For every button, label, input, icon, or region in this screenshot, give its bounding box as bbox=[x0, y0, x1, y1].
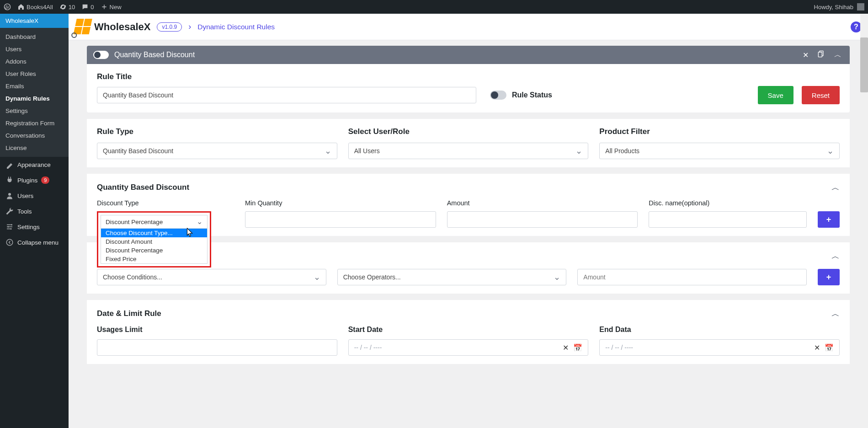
rule-enable-toggle[interactable] bbox=[93, 51, 109, 59]
condition-amount-input[interactable] bbox=[577, 269, 807, 285]
reset-button[interactable]: Reset bbox=[802, 86, 840, 104]
avatar[interactable] bbox=[857, 3, 864, 11]
end-date-input[interactable]: -- / -- / ---- ✕📅 bbox=[599, 339, 840, 356]
admin-sidebar: WholesaleX Dashboard Users Addons User R… bbox=[0, 14, 69, 428]
sidebar-item-dynamic-rules[interactable]: Dynamic Rules bbox=[0, 92, 69, 105]
close-icon[interactable]: ✕ bbox=[801, 49, 810, 61]
chevron-up-icon[interactable]: ︿ bbox=[831, 182, 840, 193]
breadcrumb[interactable]: Dynamic Discount Rules bbox=[197, 23, 275, 31]
sidebar-item-wp-users[interactable]: Users bbox=[0, 188, 69, 203]
disc-name-label: Disc. name(optional) bbox=[649, 199, 807, 207]
rule-status-label: Rule Status bbox=[512, 91, 552, 99]
svg-point-5 bbox=[6, 239, 13, 246]
end-date-label: End Data bbox=[599, 326, 840, 334]
add-condition-button[interactable]: + bbox=[818, 269, 840, 285]
user-role-label: Select User/Role bbox=[348, 127, 589, 136]
amount-label: Amount bbox=[447, 199, 638, 207]
calendar-icon[interactable]: 📅 bbox=[825, 343, 834, 352]
wsx-header: WholesaleX v1.0.9 › Dynamic Discount Rul… bbox=[69, 14, 868, 40]
site-home-link[interactable]: Books4All bbox=[17, 3, 53, 11]
plugins-badge: 9 bbox=[41, 177, 49, 184]
chevron-up-icon[interactable]: ︿ bbox=[831, 251, 840, 262]
usages-limit-input[interactable] bbox=[97, 339, 337, 356]
howdy-user[interactable]: Howdy, Shihab bbox=[814, 4, 853, 11]
updates-link[interactable]: 10 bbox=[59, 3, 75, 11]
discount-type-label: Discount Type bbox=[97, 199, 234, 207]
wsx-brand: WholesaleX bbox=[94, 21, 150, 33]
sidebar-item-tools[interactable]: Tools bbox=[0, 203, 69, 219]
usages-limit-label: Usages Limit bbox=[97, 326, 337, 334]
discount-type-option[interactable]: Discount Percentage bbox=[101, 246, 207, 255]
date-limit-card: Date & Limit Rule ︿ Usages Limit Start D… bbox=[87, 300, 850, 364]
sidebar-item-conversations[interactable]: Conversations bbox=[0, 129, 69, 142]
discount-type-select[interactable]: Discount Percentage bbox=[101, 215, 208, 229]
discount-type-option[interactable]: Fixed Price bbox=[101, 255, 207, 263]
sidebar-item-addons[interactable]: Addons bbox=[0, 55, 69, 68]
svg-point-1 bbox=[8, 193, 11, 196]
start-date-input[interactable]: -- / -- / ---- ✕📅 bbox=[348, 339, 589, 356]
main-content: WholesaleX v1.0.9 › Dynamic Discount Rul… bbox=[69, 14, 868, 428]
new-content-link[interactable]: New bbox=[101, 3, 122, 11]
wsx-logo-icon bbox=[73, 19, 93, 35]
user-role-select[interactable]: All Users bbox=[348, 143, 589, 159]
wp-logo-icon[interactable] bbox=[4, 3, 11, 11]
scrollbar[interactable] bbox=[860, 14, 868, 428]
qbd-card: Quantity Based Discount ︿ Discount Type … bbox=[87, 174, 850, 236]
chevron-up-icon[interactable]: ︿ bbox=[832, 48, 843, 62]
rule-title-label: Rule Title bbox=[97, 72, 840, 81]
qbd-section-title: Quantity Based Discount bbox=[97, 183, 189, 192]
rule-type-label: Rule Type bbox=[97, 127, 337, 136]
rule-type-select[interactable]: Quantity Based Discount bbox=[97, 143, 337, 159]
min-qty-input[interactable] bbox=[245, 211, 436, 228]
conditions-select[interactable]: Choose Conditions... bbox=[97, 269, 326, 285]
svg-rect-7 bbox=[818, 52, 822, 57]
calendar-icon[interactable]: 📅 bbox=[573, 343, 582, 352]
sidebar-item-users[interactable]: Users bbox=[0, 43, 69, 55]
rule-title-card: Rule Title Rule Status Save Reset bbox=[87, 64, 850, 112]
chevron-right-icon: › bbox=[188, 22, 191, 32]
sidebar-item-emails[interactable]: Emails bbox=[0, 80, 69, 92]
sidebar-item-registration-form[interactable]: Registration Form bbox=[0, 117, 69, 129]
rule-header-title: Quantity Based Discount bbox=[114, 51, 195, 59]
start-date-label: Start Date bbox=[348, 326, 589, 334]
discount-type-options: Choose Discount Type... Discount Amount … bbox=[101, 229, 208, 264]
product-filter-label: Product Filter bbox=[599, 127, 840, 136]
sidebar-item-appearance[interactable]: Appearance bbox=[0, 157, 69, 172]
chevron-up-icon[interactable]: ︿ bbox=[831, 308, 840, 319]
sidebar-item-plugins[interactable]: Plugins9 bbox=[0, 172, 69, 188]
sidebar-item-user-roles[interactable]: User Roles bbox=[0, 68, 69, 80]
date-limit-title: Date & Limit Rule bbox=[97, 309, 161, 318]
rule-type-card: Rule Type Quantity Based Discount Select… bbox=[87, 119, 850, 167]
rule-title-input[interactable] bbox=[97, 87, 476, 103]
comments-link[interactable]: 0 bbox=[81, 3, 94, 11]
discount-type-option[interactable]: Choose Discount Type... bbox=[101, 229, 207, 237]
disc-name-input[interactable] bbox=[649, 211, 807, 228]
discount-type-option[interactable]: Discount Amount bbox=[101, 237, 207, 246]
rule-header-bar: Quantity Based Discount ✕ ︿ bbox=[87, 46, 850, 64]
sidebar-item-wp-settings[interactable]: Settings bbox=[0, 219, 69, 235]
min-qty-label: Min Quantity bbox=[245, 199, 436, 207]
sidebar-tab-wholesalex[interactable]: WholesaleX bbox=[0, 14, 69, 28]
version-pill: v1.0.9 bbox=[157, 22, 182, 32]
svg-point-3 bbox=[8, 226, 9, 228]
svg-point-2 bbox=[11, 224, 12, 225]
add-tier-button[interactable]: + bbox=[818, 211, 840, 228]
copy-icon[interactable] bbox=[816, 48, 827, 61]
sidebar-item-settings[interactable]: Settings bbox=[0, 105, 69, 117]
rule-status-toggle[interactable] bbox=[490, 91, 506, 100]
discount-type-dropdown-open: Discount Percentage Choose Discount Type… bbox=[97, 211, 211, 268]
amount-input[interactable] bbox=[447, 211, 638, 228]
sidebar-item-collapse[interactable]: Collapse menu bbox=[0, 235, 69, 250]
operators-select[interactable]: Choose Operators... bbox=[337, 269, 567, 285]
svg-point-4 bbox=[11, 228, 12, 230]
clear-date-icon[interactable]: ✕ bbox=[563, 343, 569, 352]
wp-admin-bar: Books4All 10 0 New Howdy, Shihab bbox=[0, 0, 868, 14]
product-filter-select[interactable]: All Products bbox=[599, 143, 840, 159]
sidebar-item-dashboard[interactable]: Dashboard bbox=[0, 31, 69, 43]
sidebar-item-license[interactable]: License bbox=[0, 142, 69, 154]
clear-date-icon[interactable]: ✕ bbox=[814, 343, 820, 352]
save-button[interactable]: Save bbox=[758, 86, 793, 104]
wsx-logo: WholesaleX bbox=[75, 19, 150, 35]
